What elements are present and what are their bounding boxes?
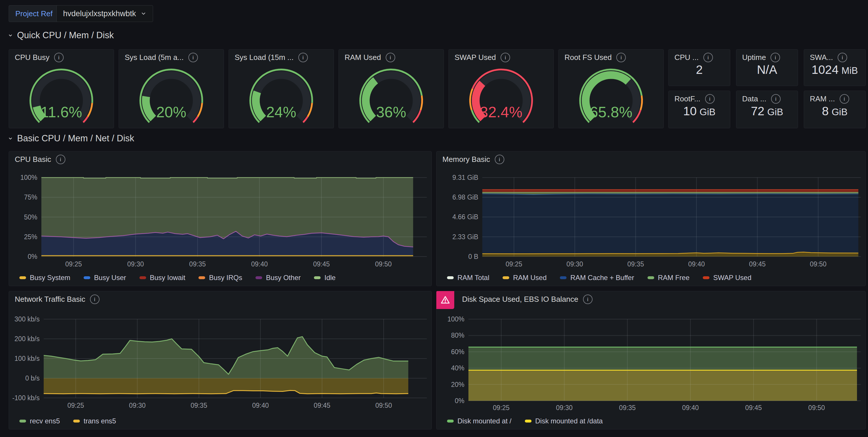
svg-text:09:35: 09:35 [627,260,644,268]
svg-text:9.31 GiB: 9.31 GiB [453,174,478,181]
legend-swatch [20,419,26,423]
network-traffic-legend: recv ens5trans ens5 [20,417,116,425]
legend-item[interactable]: Idle [314,274,336,282]
legend-swatch [525,419,531,423]
info-icon[interactable] [90,294,99,304]
svg-text:24%: 24% [266,104,296,120]
chevron-down-icon [141,11,146,17]
panel-title[interactable]: Data ... [742,94,767,104]
legend-label: RAM Cache + Buffer [570,274,634,282]
stat-unit: GiB [700,107,715,118]
panel-title[interactable]: Memory Basic [442,155,490,164]
section-basic-cpu-mem-net-disk[interactable]: Basic CPU / Mem / Net / Disk [7,133,134,144]
info-icon[interactable] [703,53,713,62]
alert-state-badge[interactable] [436,291,454,309]
panel-disk-space-ebs-io: Disk Space Used, EBS IO Balance 0%20%40%… [436,291,866,430]
info-icon[interactable] [616,53,626,62]
svg-text:09:25: 09:25 [506,260,523,268]
legend-item[interactable]: Busy IRQs [198,274,242,282]
panel-title[interactable]: CPU Basic [15,155,51,164]
legend-item[interactable]: Busy Other [255,274,301,282]
panel-title[interactable]: RAM ... [810,94,835,104]
legend-item[interactable]: RAM Free [648,274,689,282]
disk-space-chart[interactable]: 0%20%40%60%80%100%09:2509:3009:3509:4009… [437,291,865,429]
legend-swatch [314,276,320,279]
memory-basic-chart[interactable]: 0 B2.33 GiB4.66 GiB6.98 GiB9.31 GiB09:25… [437,151,865,286]
legend-item[interactable]: Busy Iowait [140,274,185,282]
svg-text:20%: 20% [451,381,464,388]
legend-swatch [503,276,509,279]
legend-item[interactable]: RAM Used [503,274,547,282]
panel-title[interactable]: Uptime [742,53,766,62]
panel-network-traffic-basic: Network Traffic Basic -100 kb/s0 b/s100 … [9,291,432,430]
panel-title[interactable]: SWAP Used [455,53,496,62]
legend-item[interactable]: trans ens5 [73,417,116,425]
panel-sys-load-5m: Sys Load (5m a... 20% [119,49,224,128]
panel-title[interactable]: SWA... [810,53,833,62]
info-icon[interactable] [500,53,510,62]
legend-item[interactable]: Busy System [20,274,70,282]
legend-item[interactable]: Disk mounted at / [447,417,512,425]
panel-cpu-busy: CPU Busy 11.6% [9,49,114,128]
legend-item[interactable]: RAM Total [447,274,489,282]
gauge-sys-load-15m: 24% [238,63,324,124]
svg-text:100%: 100% [447,315,464,323]
panel-title[interactable]: Sys Load (15m ... [235,53,294,62]
cpu-basic-chart[interactable]: 0%25%50%75%100%09:2509:3009:3509:4009:45… [9,151,431,286]
info-icon[interactable] [771,94,781,104]
legend-item[interactable]: SWAP Used [703,274,751,282]
info-icon[interactable] [583,294,593,304]
legend-item[interactable]: RAM Cache + Buffer [560,274,634,282]
panel-swap-total: SWA... 1024MiB [804,49,866,86]
info-icon[interactable] [705,94,715,104]
legend-item[interactable]: Disk mounted at /data [525,417,603,425]
info-icon[interactable] [386,53,395,62]
panel-sys-load-15m: Sys Load (15m ... 24% [228,49,334,128]
panel-title[interactable]: CPU ... [675,53,699,62]
panel-swap-used: SWAP Used 32.4% [448,49,554,128]
info-icon[interactable] [838,53,847,62]
info-icon[interactable] [188,53,198,62]
svg-text:65.8%: 65.8% [590,104,632,120]
svg-text:09:50: 09:50 [375,402,392,409]
panel-ram-used: RAM Used 36% [339,49,444,128]
legend-swatch [255,276,262,279]
panel-memory-basic: Memory Basic 0 B2.33 GiB4.66 GiB6.98 GiB… [436,151,866,286]
panel-title[interactable]: Disk Space Used, EBS IO Balance [462,295,578,304]
legend-swatch [560,276,566,279]
panel-title[interactable]: Sys Load (5m a... [125,53,184,62]
network-traffic-chart[interactable]: -100 kb/s0 b/s100 kb/s200 kb/s300 kb/s09… [9,291,431,429]
panel-rootfs-total: RootF... 10GiB [669,91,730,128]
panel-root-fs-used: Root FS Used 65.8% [558,49,664,128]
legend-item[interactable]: Busy User [84,274,126,282]
cpu-basic-legend: Busy SystemBusy UserBusy IowaitBusy IRQs… [20,274,336,282]
svg-text:09:45: 09:45 [314,402,331,409]
svg-text:09:35: 09:35 [189,260,206,268]
panel-title[interactable]: RAM Used [345,53,381,62]
svg-text:4.66 GiB: 4.66 GiB [453,213,478,221]
section-quick-cpu-mem-disk[interactable]: Quick CPU / Mem / Disk [7,30,114,40]
svg-text:60%: 60% [451,348,464,356]
variable-label-project-ref: Project Ref [9,5,59,22]
svg-text:09:30: 09:30 [556,404,573,411]
info-icon[interactable] [56,155,65,164]
gauge-ram-used: 36% [348,63,435,124]
legend-swatch [648,276,654,279]
panel-title[interactable]: RootF... [675,94,701,104]
panel-title[interactable]: Network Traffic Basic [15,295,85,304]
panel-title[interactable]: Root FS Used [564,53,612,62]
info-icon[interactable] [54,53,64,62]
info-icon[interactable] [771,53,780,62]
legend-label: Busy Other [266,274,301,282]
info-icon[interactable] [840,94,849,104]
legend-item[interactable]: recv ens5 [20,417,60,425]
legend-label: Idle [324,274,336,282]
gauge-swap-used: 32.4% [458,63,545,124]
info-icon[interactable] [298,53,308,62]
project-ref-dropdown[interactable]: hvdelujxlxstpxkhwbtk [56,5,153,22]
svg-text:0%: 0% [455,397,464,405]
svg-text:300 kb/s: 300 kb/s [14,315,40,323]
info-icon[interactable] [495,155,504,164]
panel-title[interactable]: CPU Busy [15,53,50,62]
gauge-sys-load-5m: 20% [128,63,215,124]
